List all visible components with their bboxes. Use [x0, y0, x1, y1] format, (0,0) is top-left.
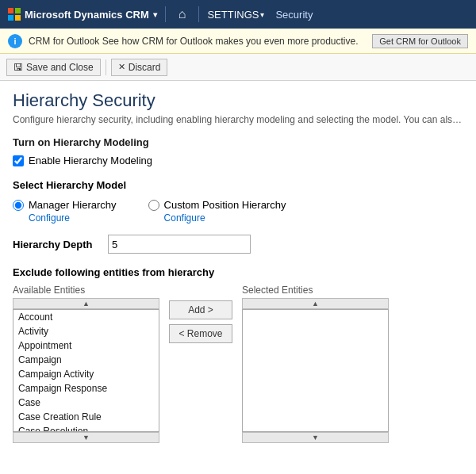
- selected-entities-listbox[interactable]: [242, 309, 389, 432]
- available-scroll-up[interactable]: ▲: [13, 298, 159, 309]
- selected-entities-col: Selected Entities ▲ ▼: [242, 285, 389, 443]
- depth-row: Hierarchy Depth 5: [13, 235, 463, 254]
- list-item[interactable]: Campaign Activity: [13, 367, 159, 381]
- topbar-divider-1: [165, 6, 166, 22]
- enable-hierarchy-label: Enable Hierarchy Modeling: [29, 155, 152, 166]
- toolbar-divider: [106, 59, 106, 75]
- manager-hierarchy-label: Manager Hierarchy: [29, 199, 117, 211]
- enable-hierarchy-row: Enable Hierarchy Modeling: [13, 155, 463, 166]
- app-logo[interactable]: Microsoft Dynamics CRM ▾: [8, 8, 157, 21]
- enable-hierarchy-checkbox[interactable]: [13, 155, 24, 166]
- infobar: i CRM for Outlook See how CRM for Outloo…: [0, 29, 476, 54]
- discard-x-icon: ✕: [118, 62, 125, 72]
- available-entities-col: Available Entities ▲ Account Activity Ap…: [13, 285, 159, 443]
- manager-hierarchy-radio[interactable]: [13, 200, 24, 211]
- list-item[interactable]: Appointment: [13, 338, 159, 353]
- settings-caret-icon: ▾: [260, 10, 264, 19]
- manager-radio-row: Manager Hierarchy: [13, 199, 117, 211]
- save-close-button[interactable]: 🖫 Save and Close: [6, 59, 101, 76]
- list-item[interactable]: Case Creation Rule: [13, 410, 159, 424]
- info-icon: i: [8, 34, 22, 48]
- custom-position-option: Custom Position Hierarchy Configure: [148, 199, 286, 224]
- ms-logo-icon: [8, 8, 21, 21]
- page-description: Configure hierarchy security, including …: [13, 114, 463, 125]
- selected-entities-label: Selected Entities: [242, 285, 389, 296]
- list-item[interactable]: Campaign Response: [13, 381, 159, 396]
- settings-label: SETTINGS: [207, 9, 259, 21]
- settings-menu[interactable]: SETTINGS ▾: [207, 9, 264, 21]
- exclude-heading: Exclude following entities from hierarch…: [13, 266, 463, 278]
- svg-rect-1: [15, 8, 21, 13]
- turn-on-heading: Turn on Hierarchy Modeling: [13, 136, 463, 148]
- home-button[interactable]: ⌂: [174, 7, 191, 21]
- depth-input[interactable]: 5: [108, 235, 251, 254]
- hierarchy-model-group: Manager Hierarchy Configure Custom Posit…: [13, 199, 463, 224]
- discard-button[interactable]: ✕ Discard: [111, 59, 168, 76]
- custom-configure-link[interactable]: Configure: [164, 212, 286, 224]
- depth-label: Hierarchy Depth: [13, 239, 100, 250]
- custom-position-radio[interactable]: [148, 200, 159, 211]
- get-crm-outlook-button[interactable]: Get CRM for Outlook: [372, 34, 468, 48]
- app-name: Microsoft Dynamics CRM: [25, 9, 149, 21]
- entity-lists: Available Entities ▲ Account Activity Ap…: [13, 285, 463, 443]
- available-scroll-down[interactable]: ▼: [13, 432, 159, 443]
- available-entities-listbox[interactable]: Account Activity Appointment Campaign Ca…: [13, 309, 159, 432]
- selected-scroll-down[interactable]: ▼: [242, 432, 389, 443]
- custom-radio-row: Custom Position Hierarchy: [148, 199, 286, 211]
- page-title: Hierarchy Security: [13, 90, 463, 111]
- discard-label: Discard: [129, 62, 161, 73]
- current-section: Security: [275, 9, 313, 21]
- hierarchy-model-heading: Select Hierarchy Model: [13, 179, 463, 191]
- main-content: Hierarchy Security Configure hierarchy s…: [0, 81, 476, 474]
- custom-position-label: Custom Position Hierarchy: [164, 199, 286, 211]
- save-close-label: Save and Close: [26, 62, 94, 73]
- logo-caret-icon: ▾: [153, 10, 157, 19]
- save-icon: 🖫: [13, 62, 23, 73]
- remove-button[interactable]: < Remove: [169, 324, 232, 343]
- list-item[interactable]: Case Resolution: [13, 424, 159, 432]
- svg-rect-3: [15, 15, 21, 21]
- add-button[interactable]: Add >: [169, 300, 232, 319]
- list-item[interactable]: Campaign: [13, 353, 159, 367]
- entity-action-buttons: Add > < Remove: [166, 300, 236, 343]
- list-item[interactable]: Account: [13, 310, 159, 324]
- svg-rect-2: [8, 15, 13, 21]
- selected-scroll-up[interactable]: ▲: [242, 298, 389, 309]
- available-entities-label: Available Entities: [13, 285, 159, 296]
- list-item[interactable]: Activity: [13, 324, 159, 338]
- manager-hierarchy-option: Manager Hierarchy Configure: [13, 199, 117, 224]
- infobar-message: CRM for Outlook See how CRM for Outlook …: [29, 36, 366, 47]
- svg-rect-0: [8, 8, 13, 13]
- topbar: Microsoft Dynamics CRM ▾ ⌂ SETTINGS ▾ Se…: [0, 0, 476, 29]
- toolbar: 🖫 Save and Close ✕ Discard: [0, 54, 476, 81]
- manager-configure-link[interactable]: Configure: [29, 212, 117, 224]
- list-item[interactable]: Case: [13, 396, 159, 410]
- topbar-divider-2: [198, 6, 199, 22]
